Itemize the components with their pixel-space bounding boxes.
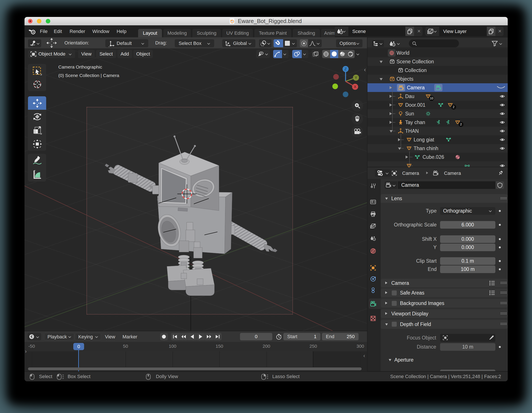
svg-text:Y: Y bbox=[355, 76, 357, 80]
svg-text:X: X bbox=[354, 85, 356, 89]
svg-text:Z: Z bbox=[344, 67, 347, 71]
